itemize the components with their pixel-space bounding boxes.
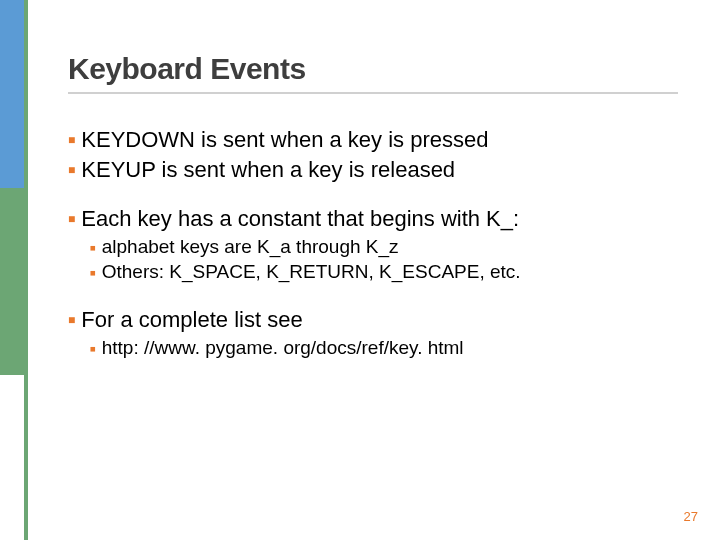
bullet-marker-icon: ■	[90, 267, 96, 291]
slide-title: Keyboard Events	[68, 52, 690, 86]
bullet-text: For a complete list see	[81, 306, 302, 334]
vertical-rule	[24, 0, 28, 540]
bullet-level1: ■ KEYDOWN is sent when a key is pressed	[68, 126, 690, 154]
bullet-level2: ■ Others: K_SPACE, K_RETURN, K_ESCAPE, e…	[90, 260, 690, 284]
bullet-text: KEYUP is sent when a key is released	[81, 156, 455, 184]
page-number: 27	[684, 509, 698, 524]
bullet-marker-icon: ■	[68, 133, 75, 161]
bullet-text: alphabet keys are K_a through K_z	[102, 235, 399, 259]
bullet-level2: ■ http: //www. pygame. org/docs/ref/key.…	[90, 336, 690, 360]
bullet-text: http: //www. pygame. org/docs/ref/key. h…	[102, 336, 464, 360]
slide-content: Keyboard Events ■ KEYDOWN is sent when a…	[68, 52, 690, 359]
bullet-marker-icon: ■	[68, 313, 75, 341]
bullet-marker-icon: ■	[90, 241, 96, 265]
bullet-marker-icon: ■	[68, 162, 75, 190]
bullet-level1: ■ For a complete list see	[68, 306, 690, 334]
bullet-list: ■ KEYDOWN is sent when a key is pressed …	[68, 126, 690, 359]
bullet-text: Others: K_SPACE, K_RETURN, K_ESCAPE, etc…	[102, 260, 521, 284]
title-underline	[68, 92, 678, 94]
bullet-level2: ■ alphabet keys are K_a through K_z	[90, 235, 690, 259]
bullet-marker-icon: ■	[90, 342, 96, 366]
bullet-level1: ■ KEYUP is sent when a key is released	[68, 156, 690, 184]
bullet-level1: ■ Each key has a constant that begins wi…	[68, 205, 690, 233]
bullet-text: KEYDOWN is sent when a key is pressed	[81, 126, 488, 154]
bullet-marker-icon: ■	[68, 212, 75, 240]
bullet-text: Each key has a constant that begins with…	[81, 205, 519, 233]
accent-stripe-teal	[0, 188, 24, 375]
accent-stripe-blue	[0, 0, 24, 188]
